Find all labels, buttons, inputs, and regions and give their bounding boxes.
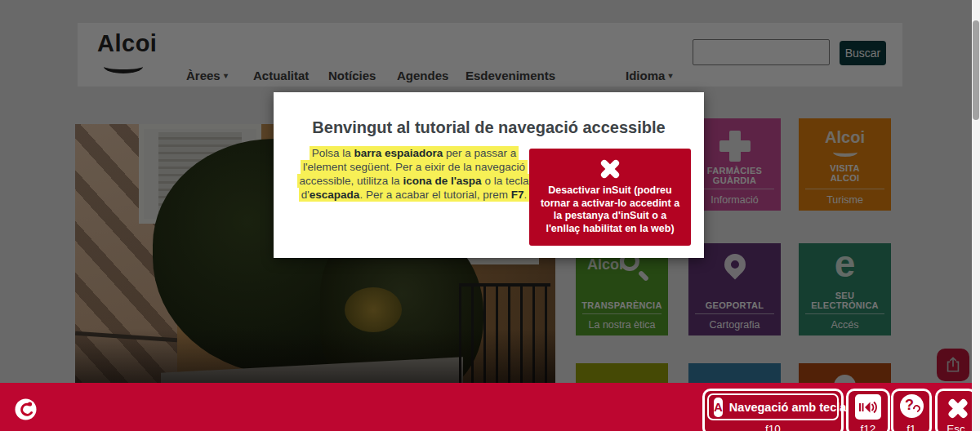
keyboard-letter-icon: A xyxy=(714,398,723,417)
keyboard-navigation-button[interactable]: A Navegació amb teclat f10 xyxy=(702,389,844,431)
close-icon xyxy=(598,157,622,181)
keyboard-button-label: Navegació amb teclat xyxy=(729,401,850,414)
deactivate-label: Desactivar inSuit (podreu tornar a activ… xyxy=(537,184,683,235)
insuit-toolbar: A Navegació amb teclat f10 f12 ? f1 Esc xyxy=(0,383,980,431)
scrollbar-thumb[interactable] xyxy=(973,20,979,120)
help-button[interactable]: ? f1 xyxy=(891,389,932,431)
screen-reader-button[interactable]: f12 xyxy=(846,389,890,431)
insuit-logo-icon[interactable] xyxy=(15,398,37,420)
scrollbar-track xyxy=(972,0,980,431)
tutorial-modal: Benvingut al tutorial de navegació acces… xyxy=(274,92,704,258)
deactivate-insuit-button[interactable]: Desactivar inSuit (podreu tornar a activ… xyxy=(529,149,691,246)
fkey-label: f1 xyxy=(893,423,929,431)
tutorial-text: Polsa la barra espaiadora per a passar a… xyxy=(293,146,535,202)
close-insuit-button[interactable]: Esc xyxy=(935,389,977,431)
fkey-label: Esc xyxy=(938,423,974,431)
close-icon xyxy=(946,396,970,420)
speaker-icon xyxy=(858,398,878,416)
help-icon: ? xyxy=(900,394,924,418)
fkey-label: f12 xyxy=(849,423,888,431)
modal-title: Benvingut al tutorial de navegació acces… xyxy=(274,118,704,137)
fkey-label: f10 xyxy=(705,423,841,431)
